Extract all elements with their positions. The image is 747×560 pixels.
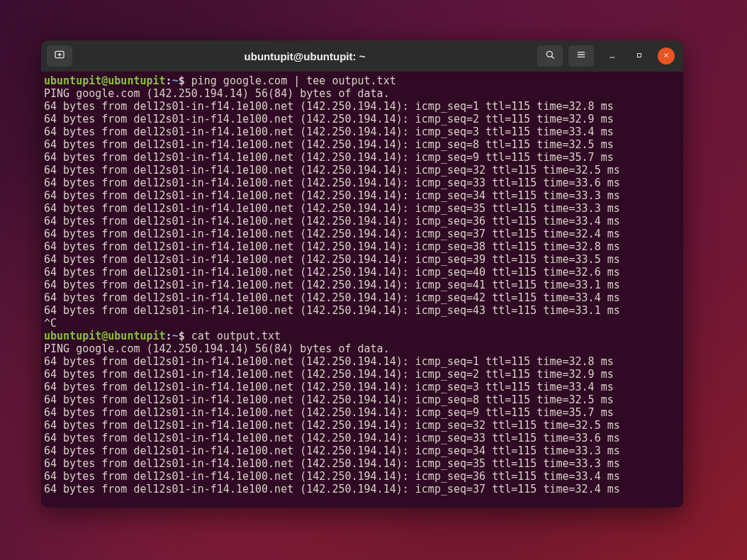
command-text: ping google.com | tee output.txt [191,74,396,87]
output-line: ^C [44,317,680,330]
minimize-button[interactable] [604,47,621,65]
search-icon [544,49,556,63]
menu-button[interactable] [568,45,594,67]
prompt-line: ubuntupit@ubuntupit:~$ ping google.com |… [44,74,680,87]
output-line: 64 bytes from del12s01-in-f14.1e100.net … [44,432,680,444]
svg-rect-2 [638,54,641,57]
output-line: 64 bytes from del12s01-in-f14.1e100.net … [44,215,680,228]
prompt-line: ubuntupit@ubuntupit:~$ cat output.txt [44,330,680,342]
output-line: 64 bytes from del12s01-in-f14.1e100.net … [44,355,680,368]
prompt-path: ~ [172,330,179,342]
prompt-user-host: ubuntupit@ubuntupit [44,74,166,87]
window-title: ubuntupit@ubuntupit: ~ [78,50,532,62]
prompt-sep: : [166,330,172,342]
titlebar[interactable]: ubuntupit@ubuntupit: ~ [41,40,683,72]
output-line: 64 bytes from del12s01-in-f14.1e100.net … [44,470,680,483]
output-line: 64 bytes from del12s01-in-f14.1e100.net … [44,177,680,189]
desktop-background: ubuntupit@ubuntupit: ~ [0,0,747,560]
output-line: 64 bytes from del12s01-in-f14.1e100.net … [44,368,680,381]
output-line: 64 bytes from del12s01-in-f14.1e100.net … [44,125,680,138]
maximize-button[interactable] [631,47,648,65]
prompt-dollar: $ [179,74,191,87]
output-line: PING google.com (142.250.194.14) 56(84) … [44,87,680,100]
output-line: 64 bytes from del12s01-in-f14.1e100.net … [44,279,680,291]
prompt-path: ~ [172,74,179,87]
prompt-user-host: ubuntupit@ubuntupit [44,330,166,342]
output-line: 64 bytes from del12s01-in-f14.1e100.net … [44,444,680,457]
window-controls [604,47,675,65]
output-line: 64 bytes from del12s01-in-f14.1e100.net … [44,240,680,253]
terminal-window: ubuntupit@ubuntupit: ~ [41,40,683,508]
output-line: 64 bytes from del12s01-in-f14.1e100.net … [44,138,680,151]
output-line: 64 bytes from del12s01-in-f14.1e100.net … [44,253,680,266]
output-line: 64 bytes from del12s01-in-f14.1e100.net … [44,266,680,279]
output-line: 64 bytes from del12s01-in-f14.1e100.net … [44,228,680,240]
output-line: 64 bytes from del12s01-in-f14.1e100.net … [44,406,680,419]
output-line: 64 bytes from del12s01-in-f14.1e100.net … [44,393,680,406]
close-button[interactable] [658,47,675,65]
output-line: 64 bytes from del12s01-in-f14.1e100.net … [44,189,680,202]
svg-point-1 [546,51,552,57]
minimize-icon [608,50,617,62]
output-line: 64 bytes from del12s01-in-f14.1e100.net … [44,113,680,125]
menu-icon [575,49,587,63]
output-line: 64 bytes from del12s01-in-f14.1e100.net … [44,483,680,495]
search-button[interactable] [537,45,563,67]
output-line: 64 bytes from del12s01-in-f14.1e100.net … [44,381,680,393]
terminal-content[interactable]: ubuntupit@ubuntupit:~$ ping google.com |… [41,72,683,508]
output-line: 64 bytes from del12s01-in-f14.1e100.net … [44,164,680,177]
output-line: PING google.com (142.250.194.14) 56(84) … [44,342,680,355]
output-line: 64 bytes from del12s01-in-f14.1e100.net … [44,202,680,215]
output-line: 64 bytes from del12s01-in-f14.1e100.net … [44,291,680,304]
new-tab-button[interactable] [47,45,72,67]
close-icon [662,50,670,62]
maximize-icon [635,50,644,62]
output-line: 64 bytes from del12s01-in-f14.1e100.net … [44,304,680,317]
output-line: 64 bytes from del12s01-in-f14.1e100.net … [44,419,680,432]
output-line: 64 bytes from del12s01-in-f14.1e100.net … [44,151,680,164]
prompt-sep: : [166,74,172,87]
command-text: cat output.txt [191,330,281,342]
output-line: 64 bytes from del12s01-in-f14.1e100.net … [44,100,680,113]
new-tab-icon [54,49,65,63]
prompt-dollar: $ [179,330,191,342]
output-line: 64 bytes from del12s01-in-f14.1e100.net … [44,457,680,470]
